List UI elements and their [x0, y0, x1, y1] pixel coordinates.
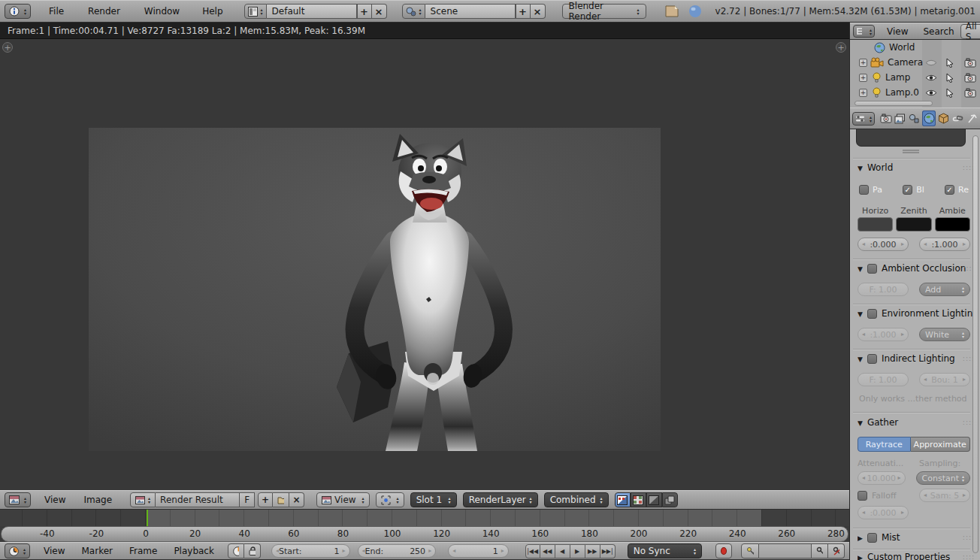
sample-method-dropdown[interactable]: Constant — [916, 471, 970, 485]
checkbox-icon[interactable] — [867, 264, 877, 274]
menu-file[interactable]: File — [47, 6, 65, 17]
draw-alpha-toggle[interactable] — [615, 492, 631, 507]
increment-arrow-icon[interactable] — [963, 377, 966, 383]
render-engine-dropdown[interactable]: Blender Render — [562, 4, 646, 19]
record-button[interactable] — [715, 543, 732, 558]
selectability-cursor-icon[interactable] — [946, 73, 954, 83]
selectability-cursor-icon[interactable] — [946, 58, 954, 68]
menu-window[interactable]: Window — [143, 6, 181, 17]
backdrop-toggle[interactable] — [662, 492, 678, 507]
tab-object-data[interactable] — [966, 110, 978, 126]
image-editor-viewport[interactable]: + + — [0, 39, 849, 490]
ao-factor-slider[interactable]: F: 1.00 — [858, 283, 909, 296]
keying-set-field[interactable] — [759, 543, 812, 558]
range-slider[interactable]: :1.000 — [919, 238, 970, 251]
renderability-camera-icon[interactable] — [964, 58, 976, 68]
sync-dropdown[interactable]: No Sync — [628, 543, 702, 558]
collapse-triangle-icon[interactable] — [858, 308, 863, 319]
tab-scene[interactable] — [908, 110, 921, 126]
checkbox-checked-icon[interactable] — [945, 185, 954, 195]
ao-blend-dropdown[interactable]: Add — [919, 283, 970, 296]
fake-user-button[interactable]: F — [240, 492, 255, 507]
render-pass-dropdown[interactable]: Combined — [544, 492, 609, 507]
outliner-row-world[interactable]: World — [850, 40, 980, 55]
add-layout-button[interactable] — [357, 4, 372, 19]
collapse-triangle-icon[interactable] — [858, 532, 863, 543]
panel-resize-grip[interactable] — [903, 150, 919, 153]
tab-object[interactable] — [937, 110, 950, 126]
open-image-button[interactable] — [273, 492, 289, 507]
gather-panel-header[interactable]: Gather — [858, 417, 975, 428]
outliner-horizontal-scrollbar[interactable] — [854, 101, 933, 106]
indirect-bounces-slider[interactable]: Bou: 1 — [919, 373, 970, 386]
lock-frame-toggle[interactable] — [244, 543, 261, 558]
indirect-factor-slider[interactable]: F: 1.00 — [858, 373, 909, 386]
current-frame-marker[interactable] — [147, 510, 148, 526]
ambient-occlusion-panel-header[interactable]: Ambient Occlusion — [858, 263, 975, 274]
unlink-image-button[interactable] — [289, 492, 304, 507]
checkbox-icon[interactable] — [867, 309, 877, 319]
collapse-triangle-icon[interactable] — [858, 162, 863, 173]
increment-arrow-icon[interactable] — [901, 241, 904, 247]
screen-layout-field[interactable]: Default — [267, 4, 357, 19]
samples-slider[interactable]: Sam: 5 — [919, 489, 970, 502]
menu-help[interactable]: Help — [201, 6, 224, 17]
play-button[interactable] — [570, 544, 585, 558]
editor-type-button-properties[interactable] — [852, 112, 875, 126]
image-name-field[interactable]: Render Result — [156, 492, 240, 507]
insert-keyframe-button[interactable] — [812, 543, 828, 558]
environment-lighting-panel-header[interactable]: Environment Lighting — [858, 308, 975, 319]
scene-icon-button[interactable] — [402, 4, 425, 19]
region-expand-plus-icon[interactable]: + — [836, 42, 846, 53]
frame-end-field[interactable]: End: 250 — [358, 544, 437, 558]
play-reverse-button[interactable] — [555, 544, 570, 558]
delete-scene-button[interactable] — [531, 4, 546, 19]
real-sky-toggle[interactable]: Re — [945, 185, 969, 195]
tab-world[interactable] — [922, 110, 935, 126]
collapse-triangle-icon[interactable] — [858, 263, 863, 274]
visibility-eye-icon[interactable] — [925, 59, 937, 67]
selectability-cursor-icon[interactable] — [946, 88, 954, 98]
use-preview-range-toggle[interactable] — [228, 543, 244, 558]
visibility-eye-icon[interactable] — [925, 74, 937, 82]
attenuation-distance-slider[interactable]: 10.000 — [858, 471, 906, 485]
timeline-scrollbar[interactable]: -40-200204060801001201401601802002202402… — [1, 526, 848, 542]
screen-layout-icon-button[interactable] — [244, 4, 267, 19]
delete-keyframe-button[interactable] — [828, 543, 845, 558]
env-energy-slider[interactable]: :1.000 — [858, 328, 909, 341]
slot-dropdown[interactable]: Slot 1 — [410, 492, 457, 507]
menu-search[interactable]: Search — [922, 26, 956, 37]
properties-vertical-scrollbar[interactable] — [972, 135, 978, 553]
increment-arrow-icon[interactable] — [428, 548, 431, 554]
collapse-triangle-icon[interactable] — [858, 353, 863, 364]
indirect-lighting-panel-header[interactable]: Indirect Lighting — [858, 353, 975, 364]
panel-grip-icon[interactable] — [963, 553, 975, 560]
raytrace-button[interactable]: Raytrace — [858, 437, 911, 452]
scene-name-field[interactable]: Scene — [425, 4, 516, 19]
increment-arrow-icon[interactable] — [901, 510, 904, 516]
menu-image[interactable]: Image — [83, 495, 114, 505]
expand-icon[interactable] — [859, 74, 867, 82]
tab-render-layers[interactable] — [894, 110, 906, 126]
previous-keyframe-button[interactable] — [540, 544, 555, 558]
next-keyframe-button[interactable] — [585, 544, 600, 558]
checkbox-icon[interactable] — [859, 185, 869, 195]
editor-type-button-outliner[interactable] — [853, 25, 875, 38]
menu-render[interactable]: Render — [86, 6, 122, 17]
expand-icon[interactable] — [859, 59, 867, 67]
new-image-button[interactable] — [258, 492, 273, 507]
horizon-color-swatch[interactable] — [858, 217, 893, 232]
current-frame-field[interactable]: 1 — [448, 544, 509, 558]
menu-view[interactable]: View — [42, 546, 66, 556]
collapse-triangle-icon[interactable] — [858, 552, 863, 560]
region-expand-plus-icon[interactable]: + — [2, 42, 13, 53]
increment-arrow-icon[interactable] — [343, 548, 346, 554]
menu-view[interactable]: View — [885, 26, 909, 37]
render-layer-dropdown[interactable]: RenderLayer — [463, 492, 538, 507]
renderability-camera-icon[interactable] — [964, 88, 976, 98]
outliner-row-camera[interactable]: Camera — [850, 55, 980, 70]
editor-type-button-image[interactable] — [5, 492, 31, 507]
collapse-triangle-icon[interactable] — [858, 417, 863, 428]
keying-set-icon-button[interactable] — [741, 543, 759, 558]
outliner-row-lamp[interactable]: Lamp — [850, 70, 980, 85]
